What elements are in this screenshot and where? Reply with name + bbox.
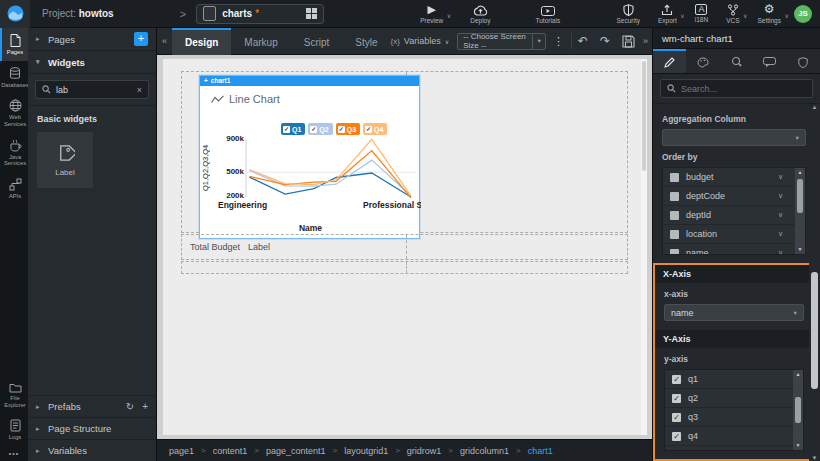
chevron-down-icon[interactable]: ∨ xyxy=(743,12,747,19)
breadcrumb-gridcolumn1[interactable]: gridcolumn1 xyxy=(460,446,509,456)
grid-row-2[interactable]: Total Budget Label xyxy=(181,234,628,260)
scroll-up-icon[interactable]: ▲ xyxy=(796,370,801,379)
label-widget-instance[interactable]: Label xyxy=(248,242,270,252)
y-axis-row-q1[interactable]: ✓ q1 xyxy=(665,370,803,389)
chart1-widget-header[interactable]: + chart1 xyxy=(200,76,419,86)
order-by-row-budget[interactable]: budget ∨ xyxy=(663,168,805,187)
legend-q1[interactable]: ✓Q1 xyxy=(281,123,305,135)
order-by-row-location[interactable]: location ∨ xyxy=(663,225,805,244)
properties-scrollbar[interactable]: ▲ ▼ xyxy=(809,104,820,461)
rail-item-databases[interactable]: Databases xyxy=(0,61,28,94)
settings-button[interactable]: ⚙ Settings ∨ xyxy=(758,4,782,24)
screen-size-select[interactable]: -- Choose Screen Size -- ▼ xyxy=(457,33,546,50)
variables-section-header[interactable]: ▸ Variables xyxy=(28,439,156,461)
tab-script[interactable]: Script xyxy=(291,28,343,55)
chevron-down-icon[interactable]: ∨ xyxy=(778,192,783,200)
widget-search-input[interactable] xyxy=(56,85,132,95)
rail-item-java-services[interactable]: Java Services xyxy=(0,133,28,172)
checkbox-unchecked[interactable] xyxy=(670,173,679,182)
tab-styles[interactable] xyxy=(686,49,719,73)
tab-properties[interactable] xyxy=(653,49,686,73)
chevron-down-icon[interactable]: ∨ xyxy=(778,230,783,238)
checkbox-unchecked[interactable] xyxy=(670,249,679,256)
y-axis-row-q3[interactable]: ✓ q3 xyxy=(665,408,803,427)
user-avatar[interactable]: JS xyxy=(794,5,812,23)
design-canvas[interactable]: + chart1 Line Chart ✓Q1 ✓Q2 ✓Q3 ✓Q4 xyxy=(157,55,652,439)
rail-item-apis[interactable]: APIs xyxy=(0,172,28,205)
vcs-button[interactable]: VCS ∨ xyxy=(726,4,739,24)
clear-search-icon[interactable]: × xyxy=(137,85,142,95)
breadcrumb-page-content1[interactable]: page_content1 xyxy=(266,446,326,456)
breadcrumb-layoutgrid1[interactable]: layoutgrid1 xyxy=(344,446,388,456)
checkbox-unchecked[interactable] xyxy=(670,192,679,201)
rail-item-logs[interactable]: Logs xyxy=(0,413,28,446)
checkbox-checked[interactable]: ✓ xyxy=(672,432,681,441)
chevron-down-icon[interactable]: ∨ xyxy=(778,211,783,219)
properties-search-input[interactable] xyxy=(681,84,806,94)
wavemaker-logo[interactable] xyxy=(0,0,30,28)
undo-button[interactable]: ↶ xyxy=(572,34,594,48)
legend-q4[interactable]: ✓Q4 xyxy=(363,123,387,135)
grid-row-1[interactable]: + chart1 Line Chart ✓Q1 ✓Q2 ✓Q3 ✓Q4 xyxy=(181,71,628,233)
legend-q2[interactable]: ✓Q2 xyxy=(308,123,332,135)
tab-inspect[interactable] xyxy=(720,49,753,73)
widgets-section-header[interactable]: ▾ Widgets xyxy=(28,51,156,74)
collapse-left-panel-icon[interactable]: « xyxy=(157,36,172,46)
rail-item-pages[interactable]: Pages xyxy=(0,28,28,61)
project-name[interactable]: Project: howtos xyxy=(42,8,114,19)
deploy-button[interactable]: Deploy xyxy=(470,4,490,24)
scroll-down-icon[interactable]: ▼ xyxy=(798,245,803,254)
chevron-down-icon[interactable]: ∨ xyxy=(778,249,783,255)
rail-item-web-services[interactable]: Web Services xyxy=(0,93,28,132)
y-axis-scrollbar[interactable]: ▲ ▼ xyxy=(793,370,803,450)
order-by-row-deptid[interactable]: deptId ∨ xyxy=(663,206,805,225)
expand-right-panel-icon[interactable]: » xyxy=(641,36,652,46)
checkbox-checked[interactable]: ✓ xyxy=(672,394,681,403)
preview-button[interactable]: ▶ Preview ∨ xyxy=(420,4,443,24)
chevron-down-icon[interactable]: ∨ xyxy=(447,12,451,19)
order-by-row-name[interactable]: name ∨ xyxy=(663,244,805,255)
label-widget-card[interactable]: Label xyxy=(37,132,93,188)
pages-grid-icon[interactable] xyxy=(306,8,317,19)
total-budget-label[interactable]: Total Budget xyxy=(190,242,240,252)
tab-style[interactable]: Style xyxy=(342,28,390,55)
y-axis-row-q4[interactable]: ✓ q4 xyxy=(665,427,803,446)
tutorials-button[interactable]: Tutorials xyxy=(535,4,560,24)
chevron-down-icon[interactable]: ∨ xyxy=(778,173,783,181)
add-page-button[interactable]: + xyxy=(134,32,148,46)
checkbox-unchecked[interactable] xyxy=(670,230,679,239)
page-structure-section-header[interactable]: ▸ Page Structure xyxy=(28,417,156,439)
refresh-prefabs-icon[interactable]: ↻ xyxy=(126,401,134,412)
breadcrumb-page1[interactable]: page1 xyxy=(169,446,194,456)
chevron-down-icon[interactable]: ∨ xyxy=(785,12,789,19)
variables-dropdown[interactable]: {x} Variables ∨ xyxy=(391,36,450,46)
i18n-button[interactable]: A i18N xyxy=(695,4,708,23)
scroll-up-icon[interactable]: ▲ xyxy=(798,168,803,177)
legend-q3[interactable]: ✓Q3 xyxy=(336,123,360,135)
grid-row-3[interactable] xyxy=(181,261,628,274)
redo-button[interactable]: ↷ xyxy=(594,34,616,48)
breadcrumb-chart1[interactable]: chart1 xyxy=(528,446,553,456)
scroll-down-icon[interactable]: ▼ xyxy=(796,441,801,450)
order-by-scrollbar[interactable]: ▲ ▼ xyxy=(795,168,805,254)
checkbox-unchecked[interactable] xyxy=(670,211,679,220)
tab-security[interactable] xyxy=(787,49,820,73)
prefabs-section-header[interactable]: ▸ Prefabs ↻ + xyxy=(28,395,156,417)
more-options-icon[interactable]: ⋮ xyxy=(546,35,571,48)
page-tab-charts[interactable]: charts * xyxy=(196,4,324,24)
save-button[interactable] xyxy=(616,35,641,48)
canvas-scrollbar[interactable] xyxy=(641,59,647,435)
tab-design[interactable]: Design xyxy=(172,28,231,55)
chevron-down-icon[interactable]: ∨ xyxy=(680,12,684,19)
aggregation-column-select[interactable]: ▼ xyxy=(662,129,806,146)
tab-markup[interactable]: Markup xyxy=(231,28,290,55)
x-axis-select[interactable]: name ▼ xyxy=(664,304,804,321)
y-axis-row-q2[interactable]: ✓ q2 xyxy=(665,389,803,408)
pages-section-header[interactable]: ▸ Pages + xyxy=(28,28,156,51)
tab-comments[interactable] xyxy=(753,49,786,73)
checkbox-checked[interactable]: ✓ xyxy=(672,413,681,422)
export-button[interactable]: Export ∨ xyxy=(658,4,677,24)
security-button[interactable]: Security xyxy=(616,4,639,24)
breadcrumb-gridrow1[interactable]: gridrow1 xyxy=(407,446,442,456)
order-by-row-deptcode[interactable]: deptCode ∨ xyxy=(663,187,805,206)
